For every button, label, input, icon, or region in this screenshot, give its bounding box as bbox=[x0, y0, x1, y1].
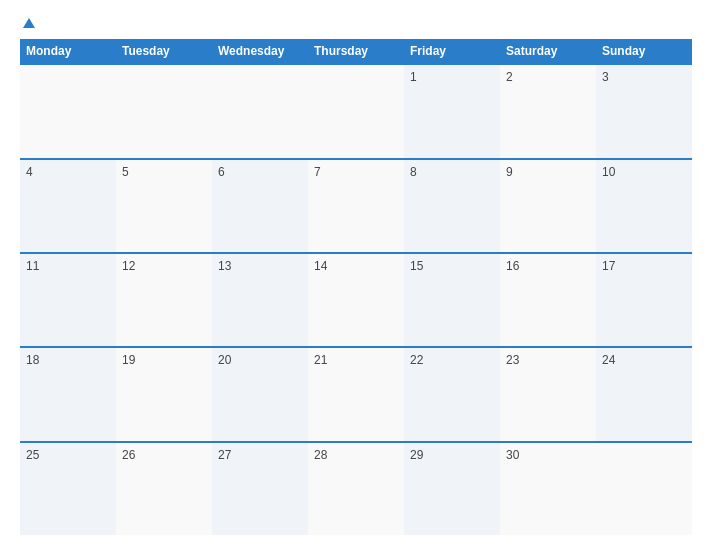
day-number: 19 bbox=[122, 353, 206, 367]
calendar-day-cell: 10 bbox=[596, 160, 692, 252]
calendar-week: 252627282930 bbox=[20, 441, 692, 535]
calendar-day-cell: 18 bbox=[20, 348, 116, 440]
day-number: 22 bbox=[410, 353, 494, 367]
day-number: 20 bbox=[218, 353, 302, 367]
day-number: 30 bbox=[506, 448, 590, 462]
day-number: 21 bbox=[314, 353, 398, 367]
day-number: 27 bbox=[218, 448, 302, 462]
day-number: 1 bbox=[410, 70, 494, 84]
calendar-day-cell: 6 bbox=[212, 160, 308, 252]
calendar-day-cell: 26 bbox=[116, 443, 212, 535]
page-header bbox=[20, 15, 692, 29]
logo bbox=[20, 15, 35, 29]
calendar-day-cell: 2 bbox=[500, 65, 596, 157]
calendar-day-cell: 16 bbox=[500, 254, 596, 346]
day-number: 18 bbox=[26, 353, 110, 367]
calendar-day-cell: 23 bbox=[500, 348, 596, 440]
day-number: 13 bbox=[218, 259, 302, 273]
day-of-week-header: Friday bbox=[404, 39, 500, 63]
calendar-day-cell: 1 bbox=[404, 65, 500, 157]
day-number: 10 bbox=[602, 165, 686, 179]
calendar-day-cell: 17 bbox=[596, 254, 692, 346]
day-number: 17 bbox=[602, 259, 686, 273]
day-number: 8 bbox=[410, 165, 494, 179]
calendar-page: MondayTuesdayWednesdayThursdayFridaySatu… bbox=[0, 0, 712, 550]
calendar-day-cell: 11 bbox=[20, 254, 116, 346]
calendar-day-cell: 4 bbox=[20, 160, 116, 252]
day-number: 5 bbox=[122, 165, 206, 179]
day-number: 26 bbox=[122, 448, 206, 462]
day-number: 14 bbox=[314, 259, 398, 273]
day-number: 4 bbox=[26, 165, 110, 179]
calendar-day-cell: 29 bbox=[404, 443, 500, 535]
calendar-grid: MondayTuesdayWednesdayThursdayFridaySatu… bbox=[20, 39, 692, 535]
logo-general-text bbox=[20, 15, 35, 29]
calendar-day-cell: 5 bbox=[116, 160, 212, 252]
calendar-day-cell bbox=[308, 65, 404, 157]
calendar-day-cell: 21 bbox=[308, 348, 404, 440]
day-of-week-header: Wednesday bbox=[212, 39, 308, 63]
calendar-day-cell: 9 bbox=[500, 160, 596, 252]
day-of-week-header: Saturday bbox=[500, 39, 596, 63]
calendar-day-cell: 22 bbox=[404, 348, 500, 440]
calendar-day-cell: 27 bbox=[212, 443, 308, 535]
calendar-day-cell: 19 bbox=[116, 348, 212, 440]
calendar-day-cell bbox=[212, 65, 308, 157]
day-number: 6 bbox=[218, 165, 302, 179]
day-number: 16 bbox=[506, 259, 590, 273]
day-number: 12 bbox=[122, 259, 206, 273]
day-number: 28 bbox=[314, 448, 398, 462]
calendar-week: 11121314151617 bbox=[20, 252, 692, 346]
day-number: 24 bbox=[602, 353, 686, 367]
day-number: 29 bbox=[410, 448, 494, 462]
calendar-day-cell: 30 bbox=[500, 443, 596, 535]
calendar-day-cell: 8 bbox=[404, 160, 500, 252]
calendar-body: 1234567891011121314151617181920212223242… bbox=[20, 63, 692, 535]
calendar-day-cell: 13 bbox=[212, 254, 308, 346]
calendar-day-cell: 12 bbox=[116, 254, 212, 346]
day-number: 11 bbox=[26, 259, 110, 273]
calendar-day-cell bbox=[20, 65, 116, 157]
day-number: 23 bbox=[506, 353, 590, 367]
day-of-week-header: Monday bbox=[20, 39, 116, 63]
day-number: 9 bbox=[506, 165, 590, 179]
day-of-week-header: Sunday bbox=[596, 39, 692, 63]
calendar-day-cell: 14 bbox=[308, 254, 404, 346]
logo-triangle-icon bbox=[23, 18, 35, 28]
calendar-week: 123 bbox=[20, 63, 692, 157]
day-of-week-header: Thursday bbox=[308, 39, 404, 63]
day-of-week-header: Tuesday bbox=[116, 39, 212, 63]
calendar-day-cell: 28 bbox=[308, 443, 404, 535]
calendar-day-cell: 25 bbox=[20, 443, 116, 535]
day-number: 15 bbox=[410, 259, 494, 273]
calendar-week: 45678910 bbox=[20, 158, 692, 252]
calendar-day-cell bbox=[596, 443, 692, 535]
calendar-day-cell: 15 bbox=[404, 254, 500, 346]
day-number: 25 bbox=[26, 448, 110, 462]
calendar-day-cell bbox=[116, 65, 212, 157]
day-number: 7 bbox=[314, 165, 398, 179]
calendar-day-cell: 7 bbox=[308, 160, 404, 252]
calendar-day-cell: 24 bbox=[596, 348, 692, 440]
calendar-week: 18192021222324 bbox=[20, 346, 692, 440]
calendar-day-cell: 20 bbox=[212, 348, 308, 440]
calendar-day-cell: 3 bbox=[596, 65, 692, 157]
day-number: 2 bbox=[506, 70, 590, 84]
calendar-header-row: MondayTuesdayWednesdayThursdayFridaySatu… bbox=[20, 39, 692, 63]
day-number: 3 bbox=[602, 70, 686, 84]
